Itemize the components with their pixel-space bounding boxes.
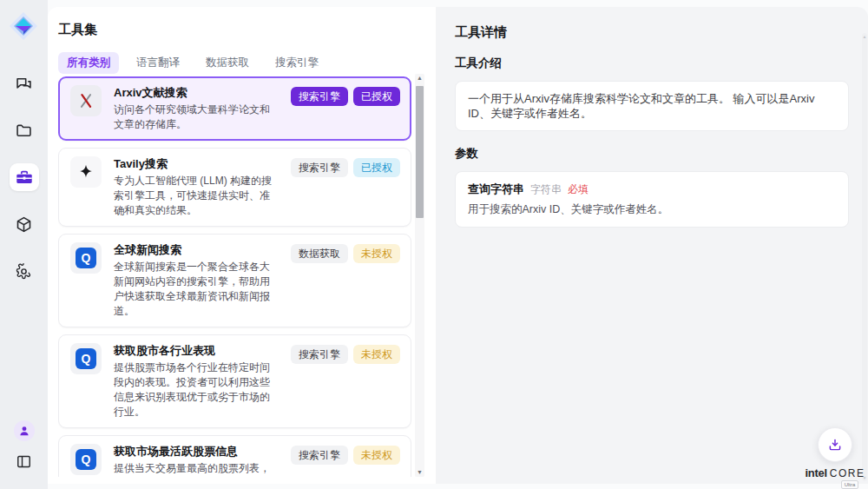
tool-title: Tavily搜索 — [114, 156, 279, 172]
sidebar-item-settings[interactable] — [10, 257, 39, 285]
stock-search-q-icon: Q — [70, 343, 102, 374]
tab-all-categories[interactable]: 所有类别 — [58, 52, 119, 74]
param-required-label: 必填 — [568, 182, 589, 197]
category-badge: 搜索引擎 — [291, 446, 348, 465]
sidebar-item-package[interactable] — [10, 210, 39, 238]
detail-title: 工具详情 — [455, 24, 849, 41]
status-badge: 未授权 — [353, 446, 400, 465]
tool-detail-panel: 工具详情 工具介绍 一个用于从Arxiv存储库搜索科学论文和文章的工具。 输入可… — [436, 7, 868, 484]
tool-description: 专为人工智能代理 (LLM) 构建的搜索引擎工具，可快速提供实时、准确和真实的结… — [114, 174, 279, 218]
collapse-panel-icon[interactable] — [16, 453, 32, 470]
rail-nav — [0, 69, 48, 285]
stock-search-q-icon: Q — [70, 444, 102, 475]
intro-heading: 工具介绍 — [455, 56, 849, 71]
detail-scrollbar[interactable]: ▲ ▼ — [862, 33, 867, 481]
left-rail — [0, 0, 48, 489]
scroll-up-arrow-icon[interactable]: ▲ — [415, 74, 424, 83]
brand-ultra-badge: Ultra — [841, 480, 859, 489]
tool-title: Arxiv文献搜索 — [114, 85, 279, 101]
toolset-panel: 工具集 所有类别 语言翻译 数据获取 搜索引擎 Arxiv文献搜索 访问各个研究… — [48, 7, 436, 484]
intro-text: 一个用于从Arxiv存储库搜索科学论文和文章的工具。 输入可以是Arxiv ID… — [468, 91, 836, 121]
tab-search-engine[interactable]: 搜索引擎 — [266, 52, 327, 74]
sidebar-item-toolbox[interactable] — [10, 163, 39, 191]
toolset-title: 工具集 — [58, 22, 436, 38]
params-heading: 参数 — [455, 146, 849, 162]
tool-title: 全球新闻搜索 — [114, 242, 279, 258]
status-badge: 未授权 — [353, 345, 400, 364]
download-button[interactable] — [818, 427, 852, 462]
category-badge: 搜索引擎 — [291, 158, 348, 177]
tab-translation[interactable]: 语言翻译 — [128, 52, 188, 74]
tool-description: 提供股票市场各个行业在特定时间段内的表现。投资者可以利用这些信息来识别表现优于或… — [114, 360, 279, 420]
rail-bottom — [0, 420, 48, 470]
brand-intel: intel — [806, 466, 827, 479]
tavily-star-icon — [70, 156, 102, 188]
list-scrollbar[interactable]: ▲ ▼ — [415, 74, 424, 477]
sidebar-item-chat[interactable] — [10, 69, 39, 97]
category-badge: 搜索引擎 — [291, 345, 348, 364]
category-tabs: 所有类别 语言翻译 数据获取 搜索引擎 — [58, 52, 436, 74]
tool-description: 访问各个研究领域大量科学论文和文章的存储库。 — [114, 102, 279, 132]
scrollbar-thumb[interactable] — [416, 86, 424, 218]
tab-data-fetch[interactable]: 数据获取 — [197, 52, 258, 74]
status-badge: 已授权 — [353, 87, 400, 106]
tool-card-list: Arxiv文献搜索 访问各个研究领域大量科学论文和文章的存储库。 搜索引擎 已授… — [58, 76, 411, 477]
app-window: 工具集 所有类别 语言翻译 数据获取 搜索引擎 Arxiv文献搜索 访问各个研究… — [0, 0, 868, 489]
status-badge: 已授权 — [353, 158, 400, 177]
tool-description: 提供当天交易量最高的股票列表，投资者可以利用这些信息来识别流动性强的股票和潜在的… — [114, 461, 279, 477]
sidebar-item-files[interactable] — [10, 116, 39, 144]
category-badge: 数据获取 — [291, 244, 348, 263]
param-name: 查询字符串 — [468, 182, 524, 196]
status-badge: 未授权 — [353, 244, 400, 263]
scroll-down-arrow-icon[interactable]: ▼ — [415, 468, 424, 477]
param-box: 查询字符串 字符串 必填 用于搜索的Arxiv ID、关键字或作者姓名。 — [455, 171, 849, 228]
tool-card-global-news[interactable]: Q 全球新闻搜索 全球新闻搜索是一个聚合全球各大新闻网站内容的搜索引擎，帮助用户… — [58, 234, 411, 327]
tool-card-active-stocks[interactable]: Q 获取市场最活跃股票信息 提供当天交易量最高的股票列表，投资者可以利用这些信息… — [58, 435, 411, 477]
intel-core-logo: intel core Ultra — [800, 466, 868, 489]
tool-card-tavily[interactable]: Tavily搜索 专为人工智能代理 (LLM) 构建的搜索引擎工具，可快速提供实… — [58, 148, 411, 227]
tool-card-sector-performance[interactable]: Q 获取股市各行业表现 提供股票市场各个行业在特定时间段内的表现。投资者可以利用… — [58, 334, 411, 428]
app-logo-icon — [8, 10, 39, 42]
arxiv-icon — [70, 85, 102, 116]
brand-core: core — [830, 467, 865, 479]
tool-description: 全球新闻搜索是一个聚合全球各大新闻网站内容的搜索引擎，帮助用户快速获取全球最新资… — [114, 260, 279, 319]
tool-title: 获取股市各行业表现 — [114, 343, 279, 359]
tool-card-arxiv[interactable]: Arxiv文献搜索 访问各个研究领域大量科学论文和文章的存储库。 搜索引擎 已授… — [58, 76, 411, 141]
user-avatar[interactable] — [14, 420, 35, 441]
param-description: 用于搜索的Arxiv ID、关键字或作者姓名。 — [468, 202, 836, 217]
intro-box: 一个用于从Arxiv存储库搜索科学论文和文章的工具。 输入可以是Arxiv ID… — [455, 81, 849, 131]
scroll-up-arrow-icon: ▲ — [862, 34, 867, 39]
category-badge: 搜索引擎 — [291, 87, 348, 106]
tool-title: 获取市场最活跃股票信息 — [114, 444, 279, 459]
param-type: 字符串 — [530, 182, 562, 197]
news-search-q-icon: Q — [70, 242, 102, 274]
